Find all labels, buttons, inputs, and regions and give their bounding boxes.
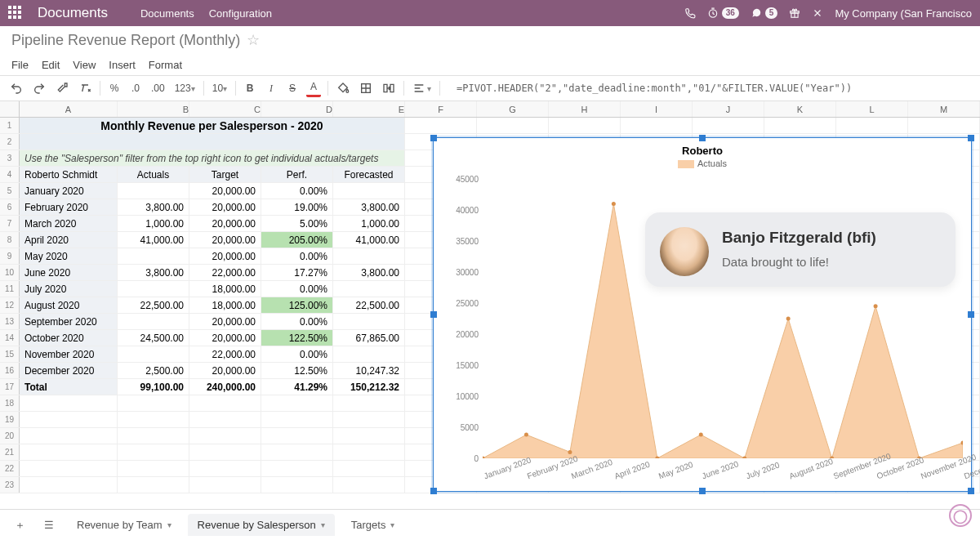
actuals-cell[interactable]: [118, 314, 189, 329]
actuals-cell[interactable]: [118, 183, 189, 199]
forecast-cell[interactable]: 3,800.00: [333, 265, 405, 280]
forecast-cell[interactable]: 67,865.00: [333, 330, 405, 346]
colhdr-K[interactable]: K: [764, 101, 836, 117]
perf-cell[interactable]: 125.00%: [261, 297, 333, 313]
percent-format[interactable]: %: [107, 79, 122, 97]
colhdr-H[interactable]: H: [549, 101, 621, 117]
row-number[interactable]: 10: [0, 265, 20, 280]
perf-cell[interactable]: 0.00%: [261, 248, 333, 264]
actuals-cell[interactable]: [118, 346, 189, 362]
apps-grid-icon[interactable]: [8, 6, 23, 20]
forecast-cell[interactable]: 3,800.00: [333, 199, 405, 215]
row-number[interactable]: 22: [0, 461, 20, 476]
month-label[interactable]: September 2020: [20, 314, 118, 329]
perf-cell[interactable]: 205.00%: [261, 232, 333, 248]
chat-launcher-icon[interactable]: ◯: [949, 504, 972, 527]
table-title[interactable]: Monthly Revenue per Salesperson - 2020: [20, 118, 405, 133]
perf-cell[interactable]: 17.27%: [261, 265, 333, 280]
align-dropdown-icon[interactable]: ▾: [411, 79, 433, 97]
target-cell[interactable]: 20,000.00: [189, 183, 261, 199]
row-number[interactable]: 2: [0, 134, 20, 150]
month-label[interactable]: August 2020: [20, 297, 118, 313]
month-label[interactable]: July 2020: [20, 281, 118, 297]
month-label[interactable]: February 2020: [20, 199, 118, 215]
target-cell[interactable]: 22,000.00: [189, 346, 261, 362]
row-number[interactable]: 15: [0, 346, 20, 362]
chat-tray[interactable]: 5: [751, 7, 778, 19]
chart-resize-handle[interactable]: [968, 311, 974, 318]
chart-resize-handle[interactable]: [430, 488, 437, 494]
chart-resize-handle[interactable]: [968, 135, 974, 141]
italic-icon[interactable]: I: [264, 79, 278, 97]
perf-cell[interactable]: 0.00%: [261, 183, 333, 199]
row-number[interactable]: 5: [0, 183, 20, 199]
clear-format-icon[interactable]: [77, 79, 93, 97]
row-number[interactable]: 17: [0, 379, 20, 395]
colhdr-D[interactable]: D: [261, 101, 333, 117]
row-number[interactable]: 9: [0, 248, 20, 264]
forecast-cell[interactable]: [333, 248, 405, 264]
chart-object[interactable]: Roberto Actuals 050001000015000200002500…: [433, 137, 972, 492]
chart-resize-handle[interactable]: [430, 311, 437, 318]
forecast-cell[interactable]: 1,000.00: [333, 216, 405, 231]
target-cell[interactable]: 18,000.00: [189, 297, 261, 313]
row-number[interactable]: 1: [0, 118, 20, 133]
row-number[interactable]: 4: [0, 167, 20, 182]
month-label[interactable]: May 2020: [20, 248, 118, 264]
row-number[interactable]: 6: [0, 199, 20, 215]
month-label[interactable]: October 2020: [20, 330, 118, 346]
forecast-cell[interactable]: [333, 314, 405, 329]
forecast-cell[interactable]: [333, 183, 405, 199]
month-label[interactable]: June 2020: [20, 265, 118, 280]
perf-cell[interactable]: 122.50%: [261, 330, 333, 346]
actuals-cell[interactable]: 24,500.00: [118, 330, 189, 346]
actuals-cell[interactable]: 22,500.00: [118, 297, 189, 313]
row-number[interactable]: 16: [0, 363, 20, 378]
actuals-cell[interactable]: 3,800.00: [118, 199, 189, 215]
menu-file[interactable]: File: [11, 59, 29, 71]
bold-icon[interactable]: B: [243, 79, 257, 97]
all-sheets-icon[interactable]: ☰: [38, 514, 60, 537]
topmenu-configuration[interactable]: Configuration: [209, 7, 272, 20]
target-cell[interactable]: 20,000.00: [189, 232, 261, 248]
month-label[interactable]: April 2020: [20, 232, 118, 248]
merge-cells-icon[interactable]: [381, 79, 397, 97]
month-label[interactable]: December 2020: [20, 363, 118, 378]
perf-cell[interactable]: 0.00%: [261, 314, 333, 329]
colhdr-M[interactable]: M: [908, 101, 980, 117]
row-number[interactable]: 12: [0, 297, 20, 313]
month-label[interactable]: March 2020: [20, 216, 118, 231]
month-label[interactable]: November 2020: [20, 346, 118, 362]
forecast-cell[interactable]: [333, 281, 405, 297]
sheet-tab-targets[interactable]: Targets▾: [341, 514, 405, 536]
perf-cell[interactable]: 5.00%: [261, 216, 333, 231]
topmenu-documents[interactable]: Documents: [140, 7, 194, 20]
actuals-cell[interactable]: 3,800.00: [118, 265, 189, 280]
increase-decimal[interactable]: .00: [149, 79, 167, 97]
formula-bar[interactable]: =PIVOT.HEADER("2","date_deadline:month",…: [447, 83, 972, 94]
target-cell[interactable]: 20,000.00: [189, 363, 261, 378]
company-switcher[interactable]: My Company (San Francisco: [835, 7, 972, 20]
col-perf[interactable]: Perf.: [261, 167, 333, 182]
row-number[interactable]: 21: [0, 444, 20, 460]
menu-edit[interactable]: Edit: [42, 59, 60, 71]
actuals-cell[interactable]: 41,000.00: [118, 232, 189, 248]
forecast-cell[interactable]: 22,500.00: [333, 297, 405, 313]
forecast-cell[interactable]: 41,000.00: [333, 232, 405, 248]
colhdr-G[interactable]: G: [477, 101, 549, 117]
target-cell[interactable]: 20,000.00: [189, 199, 261, 215]
actuals-cell[interactable]: [118, 281, 189, 297]
target-cell[interactable]: 18,000.00: [189, 281, 261, 297]
table-hint[interactable]: Use the "Salesperson" filter from the to…: [20, 150, 405, 166]
colhdr-J[interactable]: J: [693, 101, 764, 117]
target-cell[interactable]: 20,000.00: [189, 314, 261, 329]
row-number[interactable]: 7: [0, 216, 20, 231]
undo-icon[interactable]: [8, 79, 24, 97]
month-label[interactable]: January 2020: [20, 183, 118, 199]
target-cell[interactable]: 20,000.00: [189, 248, 261, 264]
target-cell[interactable]: 22,000.00: [189, 265, 261, 280]
perf-cell[interactable]: 0.00%: [261, 281, 333, 297]
target-cell[interactable]: 20,000.00: [189, 216, 261, 231]
decrease-decimal[interactable]: .0: [128, 79, 143, 97]
colhdr-F[interactable]: F: [405, 101, 477, 117]
